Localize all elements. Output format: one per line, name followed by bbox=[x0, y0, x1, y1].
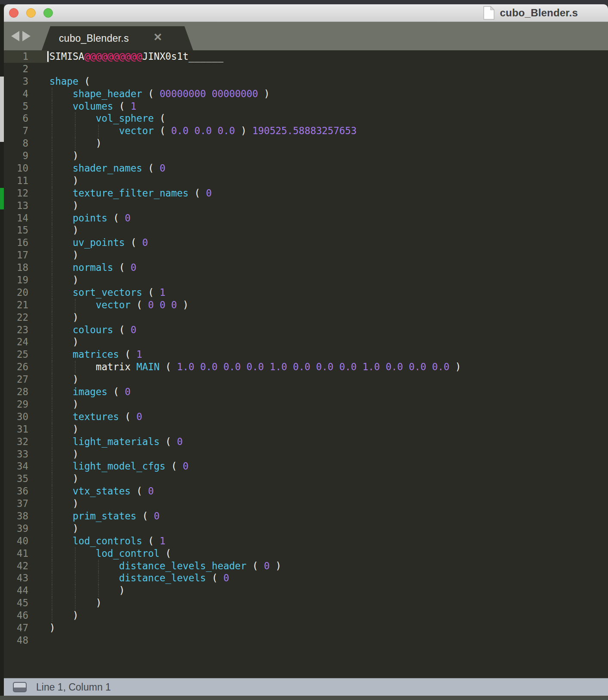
code-line[interactable]: 34 light_model_cfgs ( 0 bbox=[4, 460, 608, 473]
code-line[interactable]: 12 texture_filter_names ( 0 bbox=[4, 187, 608, 200]
code-line[interactable]: 22 ) bbox=[4, 311, 608, 324]
code-line[interactable]: 33 ) bbox=[4, 448, 608, 461]
line-number: 11 bbox=[4, 175, 49, 187]
code-line[interactable]: 14 points ( 0 bbox=[4, 212, 608, 224]
code-line[interactable]: 6 vol_sphere ( bbox=[4, 112, 608, 125]
line-number: 5 bbox=[4, 100, 49, 113]
indent-guide bbox=[52, 200, 52, 212]
indent-guide bbox=[52, 473, 52, 485]
code-line[interactable]: 2 bbox=[4, 63, 608, 75]
code-text: ) bbox=[49, 249, 608, 261]
code-line[interactable]: 27 ) bbox=[4, 373, 608, 386]
indent-guide bbox=[75, 597, 76, 609]
minimize-window-button[interactable] bbox=[26, 8, 36, 18]
code-line[interactable]: 48 bbox=[4, 634, 608, 647]
code-line[interactable]: 21 vector ( 0 0 0 ) bbox=[4, 299, 608, 311]
code-line[interactable]: 36 vtx_states ( 0 bbox=[4, 485, 608, 497]
line-number: 37 bbox=[4, 497, 49, 510]
code-line[interactable]: 5 volumes ( 1 bbox=[4, 100, 608, 113]
code-line[interactable]: 35 ) bbox=[4, 473, 608, 485]
indent-guide bbox=[52, 224, 52, 236]
code-line[interactable]: 38 prim_states ( 0 bbox=[4, 510, 608, 522]
code-line[interactable]: 7 vector ( 0.0 0.0 0.0 ) 190525.58883257… bbox=[4, 125, 608, 137]
indent-guide bbox=[52, 299, 52, 311]
code-line[interactable]: 42 distance_levels_header ( 0 ) bbox=[4, 560, 608, 572]
indent-guide bbox=[52, 261, 52, 274]
code-line[interactable]: 32 light_materials ( 0 bbox=[4, 436, 608, 448]
indent-guide bbox=[98, 125, 99, 137]
title-group: cubo_Blender.s bbox=[483, 4, 578, 21]
indent-guide bbox=[98, 560, 99, 572]
code-text: textures ( 0 bbox=[49, 411, 608, 423]
code-line[interactable]: 47) bbox=[4, 622, 608, 634]
code-line[interactable]: 3shape ( bbox=[4, 75, 608, 88]
code-line[interactable]: 17 ) bbox=[4, 249, 608, 261]
code-line[interactable]: 26 matrix MAIN ( 1.0 0.0 0.0 0.0 1.0 0.0… bbox=[4, 361, 608, 373]
code-line[interactable]: 11 ) bbox=[4, 175, 608, 187]
line-number: 6 bbox=[4, 112, 49, 125]
panel-icon[interactable] bbox=[13, 682, 27, 692]
code-line[interactable]: 18 normals ( 0 bbox=[4, 261, 608, 274]
code-line[interactable]: 37 ) bbox=[4, 497, 608, 510]
code-line[interactable]: 45 ) bbox=[4, 597, 608, 609]
code-text: shader_names ( 0 bbox=[49, 162, 608, 175]
code-line[interactable]: 41 lod_control ( bbox=[4, 547, 608, 560]
code-line[interactable]: 16 uv_points ( 0 bbox=[4, 236, 608, 249]
code-text: ) bbox=[49, 584, 608, 597]
code-line[interactable]: 30 textures ( 0 bbox=[4, 411, 608, 423]
forward-arrow-icon[interactable] bbox=[22, 31, 31, 41]
code-text: texture_filter_names ( 0 bbox=[49, 187, 608, 200]
code-line[interactable]: 15 ) bbox=[4, 224, 608, 236]
traffic-lights bbox=[9, 8, 53, 18]
code-line[interactable]: 44 ) bbox=[4, 584, 608, 597]
code-line[interactable]: 23 colours ( 0 bbox=[4, 324, 608, 336]
line-number: 26 bbox=[4, 361, 49, 373]
background-bottom-strip bbox=[0, 696, 608, 700]
indent-guide bbox=[75, 547, 76, 560]
code-text: ) bbox=[49, 224, 608, 236]
code-line[interactable]: 40 lod_controls ( 1 bbox=[4, 535, 608, 547]
code-line[interactable]: 20 sort_vectors ( 1 bbox=[4, 286, 608, 299]
code-line[interactable]: 9 ) bbox=[4, 150, 608, 162]
code-line[interactable]: 4 shape_header ( 00000000 00000000 ) bbox=[4, 88, 608, 100]
code-line[interactable]: 28 images ( 0 bbox=[4, 386, 608, 398]
code-text: light_model_cfgs ( 0 bbox=[49, 460, 608, 473]
line-number: 10 bbox=[4, 162, 49, 175]
line-number: 14 bbox=[4, 212, 49, 224]
code-line[interactable]: 10 shader_names ( 0 bbox=[4, 162, 608, 175]
code-line[interactable]: 31 ) bbox=[4, 423, 608, 436]
line-number: 47 bbox=[4, 622, 49, 634]
indent-guide bbox=[52, 584, 52, 597]
code-text: points ( 0 bbox=[49, 212, 608, 224]
title-bar[interactable]: cubo_Blender.s bbox=[4, 4, 608, 22]
code-line[interactable]: 46 ) bbox=[4, 609, 608, 622]
tab-cubo-blender[interactable]: cubo_Blender.s ✕ bbox=[42, 26, 193, 50]
editor[interactable]: 1SIMISA@@@@@@@@@@JINX0s1t______23shape (… bbox=[4, 50, 608, 678]
code-line[interactable]: 1SIMISA@@@@@@@@@@JINX0s1t______ bbox=[4, 50, 608, 63]
code-text: ) bbox=[49, 423, 608, 436]
line-number: 17 bbox=[4, 249, 49, 261]
close-window-button[interactable] bbox=[9, 8, 18, 18]
tab-close-icon[interactable]: ✕ bbox=[149, 31, 166, 43]
line-number: 44 bbox=[4, 584, 49, 597]
indent-guide bbox=[52, 597, 52, 609]
zoom-window-button[interactable] bbox=[43, 8, 53, 18]
indent-guide bbox=[52, 485, 52, 497]
code-line[interactable]: 25 matrices ( 1 bbox=[4, 348, 608, 361]
code-text: vector ( 0 0 0 ) bbox=[49, 299, 608, 311]
code-line[interactable]: 29 ) bbox=[4, 398, 608, 411]
document-icon[interactable] bbox=[483, 6, 494, 20]
indent-guide bbox=[52, 423, 52, 436]
indent-guide bbox=[52, 609, 52, 622]
indent-guide bbox=[75, 112, 76, 125]
code-line[interactable]: 19 ) bbox=[4, 274, 608, 286]
code-line[interactable]: 8 ) bbox=[4, 137, 608, 150]
code-line[interactable]: 39 ) bbox=[4, 522, 608, 535]
line-number: 38 bbox=[4, 510, 49, 522]
code-line[interactable]: 13 ) bbox=[4, 200, 608, 212]
code-line[interactable]: 24 ) bbox=[4, 336, 608, 348]
code-line[interactable]: 43 distance_levels ( 0 bbox=[4, 572, 608, 584]
back-arrow-icon[interactable] bbox=[11, 31, 19, 41]
line-number: 28 bbox=[4, 386, 49, 398]
line-number: 16 bbox=[4, 236, 49, 249]
